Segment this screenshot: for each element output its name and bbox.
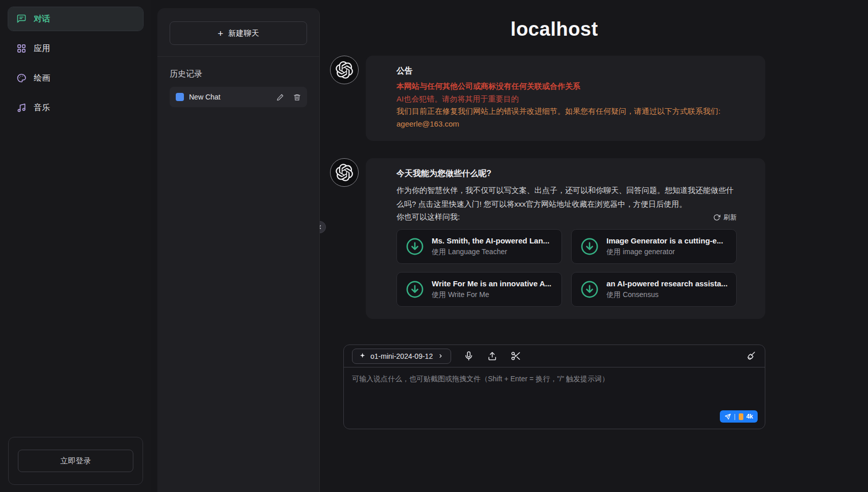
suggestion-card[interactable]: Ms. Smith, the AI-powered Lan... 使用 Lang… [396, 229, 562, 264]
welcome-body: 作为你的智慧伙伴，我不仅可以写文案、出点子，还可以和你聊天、回答问题。想知道我还… [396, 183, 737, 212]
ask-hint: 你也可以这样问我: [396, 212, 460, 222]
suggestion-text: an AI-powered research assista... 使用 Con… [606, 279, 728, 300]
announcement-line: AI也会犯错。请勿将其用于重要目的 [396, 93, 737, 105]
suggestion-card[interactable]: Image Generator is a cutting-e... 使用 ima… [571, 229, 737, 264]
assistant-avatar [330, 158, 359, 187]
new-chat-label: 新建聊天 [228, 29, 259, 38]
suggestion-card[interactable]: an AI-powered research assista... 使用 Con… [571, 272, 737, 307]
announcement-line: 我们目前正在修复我们网站上的错误并改进细节。如果您有任何疑问，请通过以下方式联系… [396, 106, 737, 117]
suggestion-text: Image Generator is a cutting-e... 使用 ima… [606, 236, 723, 257]
suggestion-title: Write For Me is an innovative A... [432, 279, 551, 288]
edit-icon[interactable] [276, 93, 284, 101]
chat-color-icon [176, 93, 184, 101]
sidebar-item-drawing[interactable]: 绘画 [8, 66, 143, 90]
openai-logo-icon [336, 164, 353, 181]
sidebar: 对话 应用 绘画 音乐 立即登录 [0, 0, 151, 492]
new-chat-section: + 新建聊天 [157, 8, 319, 57]
chevron-left-icon [320, 224, 323, 231]
contact-email-link[interactable]: ageerle@163.com [396, 119, 459, 128]
openai-logo-icon [336, 61, 353, 79]
sparkle-icon [359, 352, 366, 360]
suggestion-subtitle: 使用 Consensus [606, 290, 728, 300]
arrow-down-circle-icon [580, 237, 599, 256]
refresh-icon [713, 214, 720, 221]
delete-icon[interactable] [293, 93, 301, 101]
sidebar-item-label: 应用 [34, 43, 50, 54]
suggestion-grid: Ms. Smith, the AI-powered Lan... 使用 Lang… [396, 229, 737, 307]
sidebar-item-label: 音乐 [34, 103, 50, 113]
chevron-right-icon [437, 352, 444, 360]
chat-list-panel: + 新建聊天 历史记录 New Chat [157, 8, 320, 492]
suggestion-title: an AI-powered research assista... [606, 279, 728, 288]
scissors-button[interactable] [509, 350, 522, 362]
suggestion-subtitle: 使用 image generator [606, 248, 723, 257]
announcement-line: 本网站与任何其他公司或商标没有任何关联或合作关系 [396, 81, 737, 92]
token-count: 4k [746, 413, 753, 420]
sidebar-item-label: 对话 [34, 14, 50, 24]
suggestion-subtitle: 使用 Language Teacher [432, 248, 549, 257]
music-icon [16, 103, 27, 113]
upload-button[interactable] [486, 350, 498, 362]
sidebar-item-chat[interactable]: 对话 [8, 7, 143, 31]
suggestion-title: Ms. Smith, the AI-powered Lan... [432, 236, 549, 245]
arrow-down-circle-icon [580, 280, 599, 299]
refresh-label: 刷新 [723, 213, 737, 222]
history-title: 历史记录 [157, 57, 319, 87]
arrow-down-circle-icon [405, 280, 425, 299]
arrow-down-circle-icon [405, 237, 425, 256]
token-icon [739, 413, 743, 420]
announcement-message: 公告 本网站与任何其他公司或商标没有任何关联或合作关系 AI也会犯错。请勿将其用… [366, 56, 765, 141]
send-icon [724, 413, 731, 420]
chat-history-item[interactable]: New Chat [170, 87, 307, 107]
chat-main: localhost 公告 本网站与任何其他公司或商标没有任何关联或合作关系 AI… [320, 0, 868, 492]
chat-item-title: New Chat [189, 93, 271, 101]
clear-context-button[interactable] [744, 350, 757, 362]
suggestion-card[interactable]: Write For Me is an innovative A... 使用 Wr… [396, 272, 562, 307]
drawing-icon [16, 73, 27, 83]
suggestion-text: Write For Me is an innovative A... 使用 Wr… [432, 279, 551, 300]
plus-icon: + [218, 29, 223, 38]
welcome-title: 今天我能为您做些什么呢? [396, 168, 737, 179]
composer: o1-mini-2024-09-12 [343, 345, 765, 429]
message-row: 今天我能为您做些什么呢? 作为你的智慧伙伴，我不仅可以写文案、出点子，还可以和你… [343, 158, 765, 319]
refresh-button[interactable]: 刷新 [713, 213, 737, 222]
announcement-title: 公告 [396, 66, 737, 77]
page-title: localhost [343, 18, 765, 40]
input-area: | 4k [344, 367, 765, 429]
model-name: o1-mini-2024-09-12 [370, 352, 433, 360]
hint-row: 你也可以这样问我: 刷新 [396, 212, 737, 222]
send-button[interactable]: | 4k [720, 410, 758, 423]
composer-toolbar: o1-mini-2024-09-12 [344, 345, 765, 367]
badge-divider: | [734, 413, 736, 420]
message-row: 公告 本网站与任何其他公司或商标没有任何关联或合作关系 AI也会犯错。请勿将其用… [343, 56, 765, 141]
login-button[interactable]: 立即登录 [18, 450, 133, 472]
collapse-sidebar-button[interactable] [320, 221, 326, 233]
chat-content: localhost 公告 本网站与任何其他公司或商标没有任何关联或合作关系 AI… [343, 15, 765, 429]
sidebar-item-music[interactable]: 音乐 [8, 96, 143, 119]
assistant-avatar [330, 56, 359, 84]
suggestion-subtitle: 使用 Write For Me [432, 290, 551, 300]
mic-button[interactable] [462, 350, 475, 362]
login-panel: 立即登录 [8, 437, 143, 485]
new-chat-button[interactable]: + 新建聊天 [170, 21, 307, 45]
apps-icon [16, 43, 27, 54]
chat-icon [16, 14, 27, 24]
model-selector[interactable]: o1-mini-2024-09-12 [352, 349, 451, 364]
suggestion-text: Ms. Smith, the AI-powered Lan... 使用 Lang… [432, 236, 549, 257]
sidebar-item-label: 绘画 [34, 73, 50, 84]
message-input[interactable] [352, 375, 757, 410]
sidebar-item-apps[interactable]: 应用 [8, 37, 143, 60]
suggestion-title: Image Generator is a cutting-e... [606, 236, 723, 245]
welcome-message: 今天我能为您做些什么呢? 作为你的智慧伙伴，我不仅可以写文案、出点子，还可以和你… [366, 158, 765, 319]
